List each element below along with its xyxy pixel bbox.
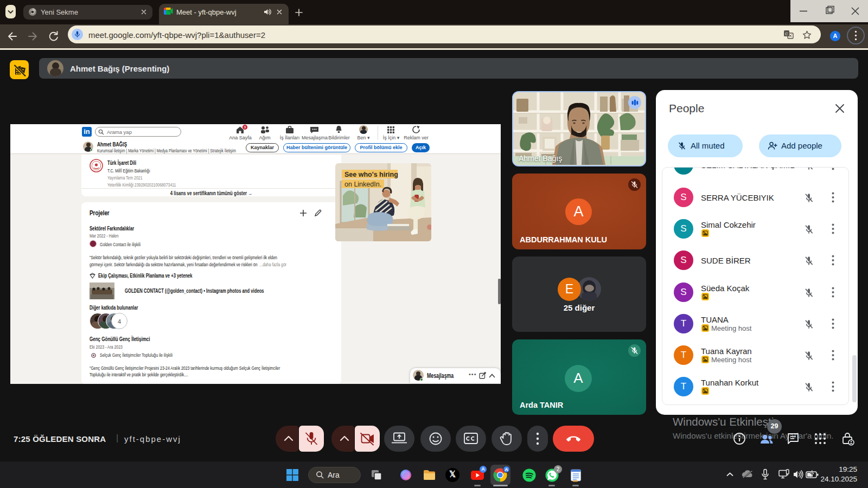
svg-text:on LinkedIn.: on LinkedIn. [344, 181, 381, 188]
svg-text:See who's hiring: See who's hiring [344, 171, 398, 178]
